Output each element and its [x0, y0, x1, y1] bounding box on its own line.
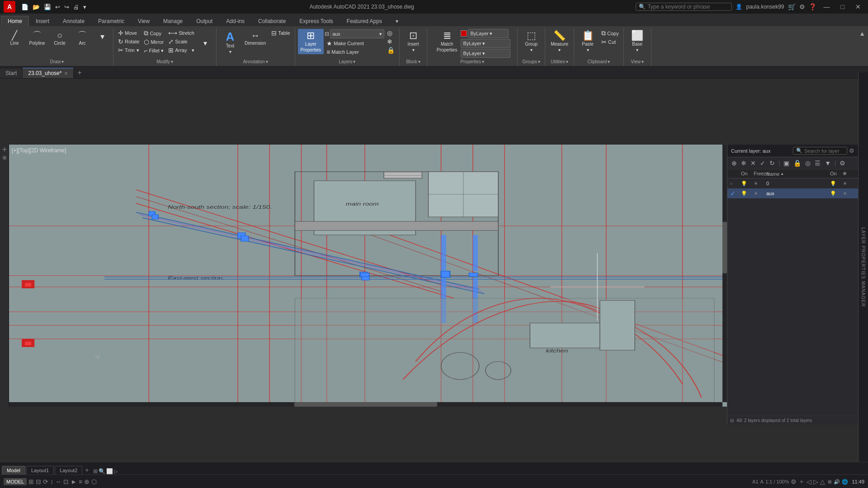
btn-trim[interactable]: ✂Trim ▾ — [116, 46, 141, 54]
search-box[interactable]: 🔍 — [636, 3, 732, 11]
btn-layer-lock[interactable]: 🔒 — [385, 46, 396, 54]
btn-arc[interactable]: ⌒ Arc — [71, 29, 93, 47]
btn-measure[interactable]: 📏 Measure ▾ — [548, 29, 571, 54]
col-on2[interactable]: On — [830, 171, 843, 177]
col-name[interactable]: Name ▲ — [766, 171, 830, 177]
lp-iso[interactable]: ◎ — [804, 159, 812, 167]
status-tray-3[interactable]: 🌐 — [842, 479, 848, 485]
group-dropdown[interactable]: ▾ — [530, 47, 533, 52]
lp-settings2[interactable]: ⚙ — [838, 159, 847, 167]
status-cfg[interactable]: ⚙ — [791, 478, 797, 485]
qat-plot[interactable]: 🖨 — [72, 3, 80, 11]
status-qs[interactable]: ⬡ — [91, 478, 97, 485]
tab-home[interactable]: Home — [1, 16, 29, 26]
block-group-label[interactable]: Block ▾ — [406, 59, 420, 65]
base-dropdown[interactable]: ▾ — [636, 47, 638, 52]
btn-draw-expand[interactable]: ▾ — [94, 29, 110, 42]
status-lw[interactable]: ≡ — [79, 478, 82, 485]
bylayer-dropdown2[interactable]: ByLayer▾ — [461, 39, 510, 48]
lp-new-frozen[interactable]: ❄ — [740, 159, 748, 167]
tab-output[interactable]: Output — [189, 16, 219, 26]
properties-sidebar-tab[interactable]: LAYER PROPERTIES MANAGER — [858, 72, 868, 462]
layer-0-on[interactable]: 💡 — [741, 181, 754, 187]
status-plus[interactable]: ＋ — [798, 478, 805, 486]
minimize-btn[interactable]: — — [820, 2, 834, 11]
help-icon[interactable]: ❓ — [809, 3, 816, 10]
maximize-btn[interactable]: □ — [837, 2, 848, 11]
settings-icon[interactable]: ⚙ — [799, 3, 805, 10]
left-tool-crosshair[interactable]: ✛ — [2, 146, 7, 153]
draw-group-label[interactable]: Draw ▾ — [50, 59, 64, 65]
btn-cut[interactable]: ✂Cut — [599, 38, 621, 46]
col-freeze2[interactable]: ❄ — [843, 171, 855, 177]
col-on[interactable]: On — [741, 171, 754, 177]
layer-0-freeze[interactable]: ☀ — [754, 181, 766, 187]
btn-scale[interactable]: ⤢Scale — [166, 38, 196, 46]
layer-panel-settings[interactable]: ⚙ — [849, 147, 854, 154]
insert-dropdown[interactable]: ▾ — [412, 47, 415, 52]
status-ws[interactable]: A — [760, 479, 764, 484]
clipboard-group-label[interactable]: Clipboard ▾ — [587, 59, 610, 65]
search-input[interactable] — [647, 4, 729, 10]
layout-tab-1[interactable]: Layout1 — [26, 466, 54, 474]
cmd-icon-2[interactable]: 🔍 — [99, 468, 105, 474]
layer-row-0[interactable]: ◦ 💡 ☀ 0 💡 ☀ — [727, 178, 858, 188]
status-polar[interactable]: ↕ — [50, 478, 53, 485]
layer-aux-on2[interactable]: 💡 — [830, 191, 843, 197]
btn-match-layer[interactable]: ≡ Match Layer — [325, 48, 384, 56]
cmd-input[interactable]: ▷ — [114, 469, 118, 474]
tab-parametric[interactable]: Parametric — [91, 16, 131, 26]
tab-manage[interactable]: Manage — [156, 16, 189, 26]
status-osnap[interactable]: ↔ — [55, 478, 61, 485]
annotation-group-label[interactable]: Annotation ▾ — [243, 59, 268, 65]
btn-make-current[interactable]: ★ Make Current — [325, 39, 384, 47]
status-tp[interactable]: ⊕ — [84, 478, 90, 485]
viewport[interactable]: [+][Top][2D Wireframe] ⊡ ✛ ⊕ ⊡ — [9, 145, 727, 407]
layer-aux-on[interactable]: 💡 — [741, 191, 754, 197]
layers-group-label[interactable]: Layers ▾ — [339, 59, 355, 65]
layout-tab-model[interactable]: Model — [2, 466, 25, 474]
trim-dropdown[interactable]: ▾ — [137, 47, 139, 53]
scrollbar-vertical[interactable] — [722, 145, 727, 402]
status-3d[interactable]: ⊡ — [63, 478, 69, 485]
cmd-icon-1[interactable]: ⊞ — [93, 468, 98, 474]
layer-0-on2[interactable]: 💡 — [830, 181, 843, 187]
scroll-thumb-v[interactable] — [722, 222, 727, 273]
view-group-label[interactable]: View ▾ — [631, 59, 644, 65]
qat-customize[interactable]: ▾ — [82, 3, 88, 11]
qat-undo[interactable]: ↩ — [54, 3, 61, 11]
groups-group-label[interactable]: Groups ▾ — [522, 59, 540, 65]
lp-new-layer[interactable]: ⊕ — [730, 159, 738, 167]
tab-collaborate[interactable]: Collaborate — [251, 16, 292, 26]
btn-dimension[interactable]: ↔ Dimension — [242, 29, 269, 47]
bylayer-dropdown1[interactable]: ByLayer▾ — [468, 29, 509, 38]
status-ortho[interactable]: ⟳ — [43, 478, 48, 485]
status-tray-1[interactable]: 🖥 — [827, 479, 832, 484]
cart-icon[interactable]: 🛒 — [788, 3, 796, 10]
btn-copy-clip[interactable]: ⧉ Copy — [599, 29, 621, 38]
close-btn[interactable]: ✕ — [852, 2, 864, 11]
btn-layer-freeze[interactable]: ❄ — [385, 38, 396, 46]
tab-annotate[interactable]: Annotate — [56, 16, 91, 26]
qat-new[interactable]: 📄 — [20, 3, 30, 11]
tab-addins[interactable]: Add-ins — [219, 16, 251, 26]
layer-search-input[interactable] — [804, 148, 840, 154]
status-tray-2[interactable]: 🔊 — [834, 479, 840, 485]
lp-delete[interactable]: ✕ — [749, 159, 757, 167]
status-dyn[interactable]: ► — [71, 478, 77, 485]
modify-group-label[interactable]: Modify ▾ — [156, 59, 173, 65]
array-dropdown[interactable]: ▾ — [192, 47, 194, 53]
btn-table[interactable]: ⊟ Table — [269, 29, 292, 37]
tab-view[interactable]: View — [131, 16, 156, 26]
text-dropdown[interactable]: ▾ — [229, 49, 231, 54]
btn-base[interactable]: ⬜ Base ▾ — [627, 29, 648, 54]
layer-aux-freeze[interactable]: ☀ — [754, 191, 766, 197]
layer-aux-freeze2[interactable]: ☀ — [843, 191, 855, 197]
app-icon[interactable]: A — [4, 1, 15, 13]
btn-modify-expand[interactable]: ▾ — [197, 29, 213, 48]
tab-express[interactable]: Express Tools — [292, 16, 340, 26]
utilities-group-label[interactable]: Utilities ▾ — [551, 59, 568, 65]
paste-dropdown[interactable]: ▾ — [587, 47, 589, 52]
qat-redo[interactable]: ↪ — [63, 3, 71, 11]
btn-line[interactable]: ╱ Line — [4, 29, 25, 47]
